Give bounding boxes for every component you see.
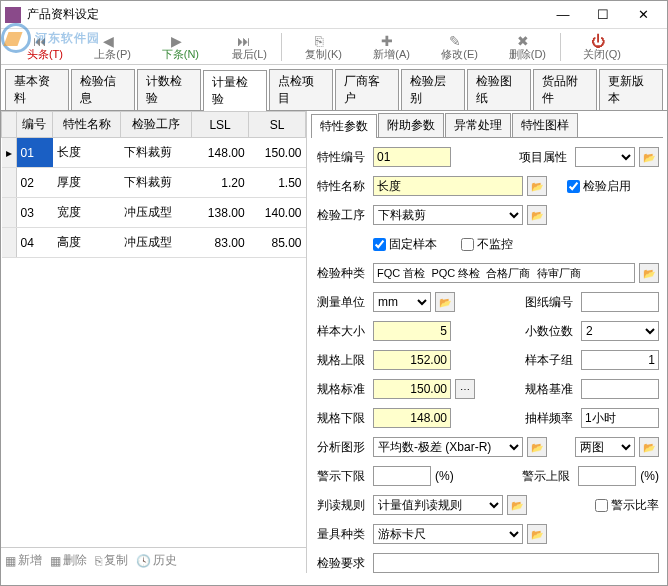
usl-label: 规格上限 [315, 352, 369, 369]
pct-label-2: (%) [640, 469, 659, 483]
kind-browse-icon[interactable]: 📂 [639, 263, 659, 283]
gauge-browse-icon[interactable]: 📂 [527, 524, 547, 544]
rule-label: 判读规则 [315, 497, 369, 514]
tab-7[interactable]: 检验图纸 [467, 69, 531, 110]
tab-8[interactable]: 货品附件 [533, 69, 597, 110]
warn-hi-input[interactable] [578, 466, 636, 486]
col-header[interactable]: 检验工序 [120, 112, 191, 138]
data-grid[interactable]: 编号特性名称检验工序LSLSL ▸01长度下料裁剪148.00150.0002厚… [1, 111, 306, 547]
table-row[interactable]: 03宽度冲压成型138.00140.00 [2, 198, 306, 228]
feat-no-label: 特性编号 [315, 149, 369, 166]
edit-button[interactable]: ✎修改(E) [422, 31, 488, 63]
lsl-input[interactable] [373, 408, 451, 428]
chart2-browse-icon[interactable]: 📂 [639, 437, 659, 457]
prev-button[interactable]: ◀上条(P) [75, 31, 141, 63]
std-input[interactable] [373, 379, 451, 399]
std-more-icon[interactable]: ⋯ [455, 379, 475, 399]
last-button[interactable]: ⏭最后(L) [211, 31, 277, 63]
warn-lo-label: 警示下限 [315, 468, 369, 485]
unit-select[interactable]: mm [373, 292, 431, 312]
kind-input[interactable] [373, 263, 635, 283]
tab-0[interactable]: 基本资料 [5, 69, 69, 110]
enable-checkbox[interactable]: 检验启用 [567, 178, 631, 195]
grid-delete-button[interactable]: ▦删除 [50, 552, 87, 569]
base-input[interactable] [581, 379, 659, 399]
freq-input[interactable] [581, 408, 659, 428]
rule-browse-icon[interactable]: 📂 [507, 495, 527, 515]
grid-copy-button[interactable]: ⎘复制 [95, 552, 128, 569]
sample-input[interactable] [373, 321, 451, 341]
chart2-select[interactable]: 两图 [575, 437, 635, 457]
pct-label: (%) [435, 469, 454, 483]
proc-label: 检验工序 [315, 207, 369, 224]
req-input[interactable] [373, 553, 659, 573]
feat-name-browse-icon[interactable]: 📂 [527, 176, 547, 196]
tab-6[interactable]: 检验层别 [401, 69, 465, 110]
titlebar: 产品资料设定 — ☐ ✕ [1, 1, 667, 29]
close-window-button[interactable]: ⏻关闭(Q) [565, 31, 631, 63]
proj-attr-browse-icon[interactable]: 📂 [639, 147, 659, 167]
rtab-3[interactable]: 特性图样 [512, 113, 578, 137]
add-button[interactable]: ✚新增(A) [354, 31, 420, 63]
chart-browse-icon[interactable]: 📂 [527, 437, 547, 457]
dec-label: 小数位数 [523, 323, 577, 340]
first-button[interactable]: ⏮头条(T) [7, 31, 73, 63]
subgroup-label: 样本子组 [523, 352, 577, 369]
warn-lo-input[interactable] [373, 466, 431, 486]
unit-browse-icon[interactable]: 📂 [435, 292, 455, 312]
delete-button[interactable]: ✖删除(D) [490, 31, 556, 63]
tab-9[interactable]: 更新版本 [599, 69, 663, 110]
next-button[interactable]: ▶下条(N) [143, 31, 209, 63]
tab-2[interactable]: 计数检验 [137, 69, 201, 110]
draw-label: 图纸编号 [523, 294, 577, 311]
proc-select[interactable]: 下料裁剪 [373, 205, 523, 225]
main-tabs: 基本资料检验信息计数检验计量检验点检项目厂商客户检验层别检验图纸货品附件更新版本 [1, 65, 667, 111]
tab-1[interactable]: 检验信息 [71, 69, 135, 110]
rule-select[interactable]: 计量值判读规则 [373, 495, 503, 515]
table-row[interactable]: 02厚度下料裁剪1.201.50 [2, 168, 306, 198]
feat-name-label: 特性名称 [315, 178, 369, 195]
col-header[interactable]: LSL [192, 112, 249, 138]
table-row[interactable]: 04高度冲压成型83.0085.00 [2, 228, 306, 258]
base-label: 规格基准 [523, 381, 577, 398]
feat-no-input[interactable] [373, 147, 451, 167]
grid-history-button[interactable]: 🕓历史 [136, 552, 177, 569]
warn-hi-label: 警示上限 [520, 468, 574, 485]
table-row[interactable]: ▸01长度下料裁剪148.00150.00 [2, 138, 306, 168]
tab-3[interactable]: 计量检验 [203, 70, 267, 111]
col-header[interactable]: SL [249, 112, 306, 138]
proj-attr-select[interactable] [575, 147, 635, 167]
gauge-select[interactable]: 游标卡尺 [373, 524, 523, 544]
rtab-0[interactable]: 特性参数 [311, 114, 377, 138]
feat-name-input[interactable] [373, 176, 523, 196]
grid-add-button[interactable]: ▦新增 [5, 552, 42, 569]
tab-4[interactable]: 点检项目 [269, 69, 333, 110]
nomon-checkbox[interactable]: 不监控 [461, 236, 513, 253]
rtab-2[interactable]: 异常处理 [445, 113, 511, 137]
col-header[interactable]: 特性名称 [53, 112, 120, 138]
right-tabs: 特性参数附助参数异常处理特性图样 [311, 113, 663, 138]
minimize-button[interactable]: — [543, 3, 583, 27]
warn-rate-checkbox[interactable]: 警示比率 [595, 497, 659, 514]
gauge-label: 量具种类 [315, 526, 369, 543]
window-title: 产品资料设定 [27, 6, 543, 23]
proj-attr-label: 项目属性 [517, 149, 571, 166]
rtab-1[interactable]: 附助参数 [378, 113, 444, 137]
subgroup-input[interactable] [581, 350, 659, 370]
usl-input[interactable] [373, 350, 451, 370]
lsl-label: 规格下限 [315, 410, 369, 427]
col-header[interactable]: 编号 [16, 112, 53, 138]
proc-browse-icon[interactable]: 📂 [527, 205, 547, 225]
tab-5[interactable]: 厂商客户 [335, 69, 399, 110]
toolbar: ⏮头条(T) ◀上条(P) ▶下条(N) ⏭最后(L) ⎘复制(K) ✚新增(A… [1, 29, 667, 65]
chart-select[interactable]: 平均数-极差 (Xbar-R) [373, 437, 523, 457]
dec-select[interactable]: 2 [581, 321, 659, 341]
draw-input[interactable] [581, 292, 659, 312]
req-label: 检验要求 [315, 555, 369, 572]
app-icon [5, 7, 21, 23]
maximize-button[interactable]: ☐ [583, 3, 623, 27]
fixed-checkbox[interactable]: 固定样本 [373, 236, 437, 253]
copy-button[interactable]: ⎘复制(K) [286, 31, 352, 63]
close-button[interactable]: ✕ [623, 3, 663, 27]
unit-label: 测量单位 [315, 294, 369, 311]
